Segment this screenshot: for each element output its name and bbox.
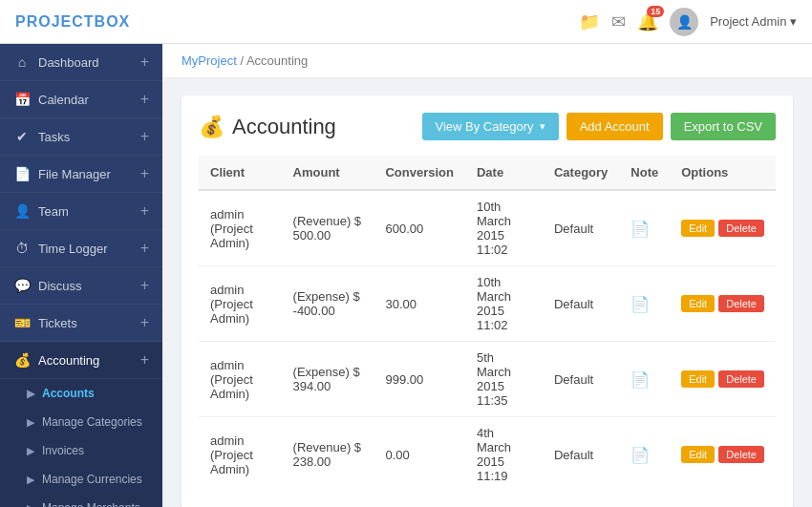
notification-bell[interactable]: 🔔 15 bbox=[637, 11, 658, 32]
sidebar-item-tasks[interactable]: ✔ Tasks + bbox=[0, 118, 162, 156]
delete-button[interactable]: Delete bbox=[718, 295, 764, 312]
table-row: admin (Project Admin) (Expense) $ -400.0… bbox=[199, 266, 776, 342]
main-content: 💰 Accounting View By Category ▾ Add Acco… bbox=[162, 78, 812, 507]
edit-button[interactable]: Edit bbox=[681, 295, 715, 312]
sidebar-sub-invoices[interactable]: ▶ Invoices bbox=[0, 436, 162, 465]
sidebar-item-accounting[interactable]: 💰 Accounting + bbox=[0, 342, 162, 379]
cell-date: 10th March 2015 11:02 bbox=[465, 266, 543, 342]
sidebar-sub-label: Manage Merchants bbox=[42, 501, 140, 507]
invoices-arrow-icon: ▶ bbox=[27, 445, 34, 457]
file-manager-plus-icon[interactable]: + bbox=[140, 165, 149, 182]
sidebar-item-dashboard[interactable]: ⌂ Dashboard + bbox=[0, 44, 162, 81]
delete-button[interactable]: Delete bbox=[718, 370, 764, 388]
col-note: Note bbox=[619, 156, 670, 190]
delete-button[interactable]: Delete bbox=[718, 446, 764, 463]
page-title: Accounting bbox=[232, 115, 336, 139]
col-conversion: Conversion bbox=[374, 156, 465, 190]
col-amount: Amount bbox=[282, 156, 374, 190]
sidebar-sub-label: Invoices bbox=[42, 444, 84, 457]
accounting-plus-icon[interactable]: + bbox=[140, 351, 149, 369]
mail-icon[interactable]: ✉ bbox=[611, 11, 626, 32]
export-csv-button[interactable]: Export to CSV bbox=[671, 113, 776, 140]
sidebar-item-file-manager[interactable]: 📄 File Manager + bbox=[0, 156, 162, 193]
col-date: Date bbox=[465, 156, 543, 190]
sidebar-item-label: Calendar bbox=[38, 93, 89, 107]
tasks-icon: ✔ bbox=[13, 129, 31, 144]
discuss-plus-icon[interactable]: + bbox=[140, 277, 149, 294]
cell-conversion: 30.00 bbox=[374, 266, 465, 342]
cell-date: 4th March 2015 11:19 bbox=[465, 417, 543, 493]
col-client: Client bbox=[199, 156, 282, 190]
cell-category: Default bbox=[543, 190, 619, 266]
view-by-category-button[interactable]: View By Category ▾ bbox=[422, 113, 559, 140]
user-label[interactable]: Project Admin ▾ bbox=[710, 14, 797, 29]
sidebar: ⌂ Dashboard + 📅 Calendar + ✔ Tasks + 📄 F… bbox=[0, 44, 162, 507]
calendar-plus-icon[interactable]: + bbox=[140, 91, 149, 108]
file-manager-icon: 📄 bbox=[13, 166, 31, 181]
time-logger-icon: ⏱ bbox=[13, 241, 31, 256]
table-row: admin (Project Admin) (Revenue) $ 238.00… bbox=[199, 417, 776, 493]
cell-note[interactable]: 📄 bbox=[619, 342, 670, 417]
edit-button[interactable]: Edit bbox=[681, 220, 715, 237]
dashboard-plus-icon[interactable]: + bbox=[140, 53, 149, 71]
cell-options: Edit Delete bbox=[670, 190, 776, 266]
header-right: 📁 ✉ 🔔 15 👤 Project Admin ▾ bbox=[579, 8, 797, 36]
manage-currencies-arrow-icon: ▶ bbox=[27, 474, 34, 486]
sidebar-sub-manage-merchants[interactable]: ▶ Manage Merchants bbox=[0, 494, 162, 507]
time-logger-plus-icon[interactable]: + bbox=[140, 240, 149, 257]
logo-part2: BOX bbox=[95, 13, 131, 30]
sidebar-item-team[interactable]: 👤 Team + bbox=[0, 193, 162, 230]
view-dropdown-arrow-icon: ▾ bbox=[540, 120, 545, 133]
sidebar-sub-label: Accounts bbox=[42, 387, 95, 400]
avatar[interactable]: 👤 bbox=[670, 8, 698, 36]
manage-categories-arrow-icon: ▶ bbox=[27, 416, 34, 429]
tickets-plus-icon[interactable]: + bbox=[140, 314, 149, 331]
breadcrumb: MyProject / Accounting bbox=[162, 44, 812, 78]
note-icon[interactable]: 📄 bbox=[630, 221, 650, 237]
sidebar-sub-accounts[interactable]: ▶ Accounts bbox=[0, 379, 162, 408]
accounting-sub-menu: ▶ Accounts ▶ Manage Categories ▶ Invoice… bbox=[0, 379, 162, 507]
page-actions: View By Category ▾ Add Account Export to… bbox=[422, 113, 776, 140]
sidebar-item-label: File Manager bbox=[38, 167, 111, 181]
sidebar-item-discuss[interactable]: 💬 Discuss + bbox=[0, 267, 162, 305]
cell-options: Edit Delete bbox=[670, 417, 776, 493]
notification-badge: 15 bbox=[647, 6, 664, 17]
accounts-arrow-icon: ▶ bbox=[27, 388, 34, 400]
add-account-button[interactable]: Add Account bbox=[566, 113, 663, 140]
cell-date: 10th March 2015 11:02 bbox=[465, 190, 543, 266]
page-top: 💰 Accounting View By Category ▾ Add Acco… bbox=[199, 113, 776, 140]
edit-button[interactable]: Edit bbox=[681, 446, 715, 463]
calendar-icon: 📅 bbox=[13, 92, 31, 107]
sidebar-sub-manage-categories[interactable]: ▶ Manage Categories bbox=[0, 408, 162, 436]
cell-client: admin (Project Admin) bbox=[199, 417, 282, 493]
sidebar-item-calendar[interactable]: 📅 Calendar + bbox=[0, 81, 162, 118]
edit-button[interactable]: Edit bbox=[681, 370, 715, 388]
tasks-plus-icon[interactable]: + bbox=[140, 128, 149, 145]
sidebar-item-tickets[interactable]: 🎫 Tickets + bbox=[0, 305, 162, 342]
cell-note[interactable]: 📄 bbox=[619, 417, 670, 493]
note-icon[interactable]: 📄 bbox=[630, 296, 650, 312]
page-title-area: 💰 Accounting bbox=[199, 115, 336, 139]
accounts-table: Client Amount Conversion Date Category N… bbox=[199, 156, 776, 492]
cell-conversion: 999.00 bbox=[374, 342, 465, 417]
main-layout: ⌂ Dashboard + 📅 Calendar + ✔ Tasks + 📄 F… bbox=[0, 44, 812, 507]
team-plus-icon[interactable]: + bbox=[140, 202, 149, 220]
cell-note[interactable]: 📄 bbox=[619, 190, 670, 266]
folder-icon[interactable]: 📁 bbox=[579, 11, 600, 32]
sidebar-sub-manage-currencies[interactable]: ▶ Manage Currencies bbox=[0, 465, 162, 494]
team-icon: 👤 bbox=[13, 203, 31, 219]
cell-conversion: 0.00 bbox=[374, 417, 465, 493]
note-icon[interactable]: 📄 bbox=[630, 371, 650, 388]
delete-button[interactable]: Delete bbox=[718, 220, 764, 237]
cell-category: Default bbox=[543, 417, 619, 493]
cell-options: Edit Delete bbox=[670, 266, 776, 342]
col-options: Options bbox=[670, 156, 776, 190]
sidebar-sub-label: Manage Currencies bbox=[42, 473, 142, 486]
breadcrumb-project-link[interactable]: MyProject bbox=[182, 53, 237, 68]
cell-note[interactable]: 📄 bbox=[619, 266, 670, 342]
cell-date: 5th March 2015 11:35 bbox=[465, 342, 543, 417]
sidebar-item-label: Team bbox=[38, 204, 69, 219]
col-category: Category bbox=[543, 156, 619, 190]
note-icon[interactable]: 📄 bbox=[630, 447, 650, 463]
sidebar-item-time-logger[interactable]: ⏱ Time Logger + bbox=[0, 230, 162, 267]
